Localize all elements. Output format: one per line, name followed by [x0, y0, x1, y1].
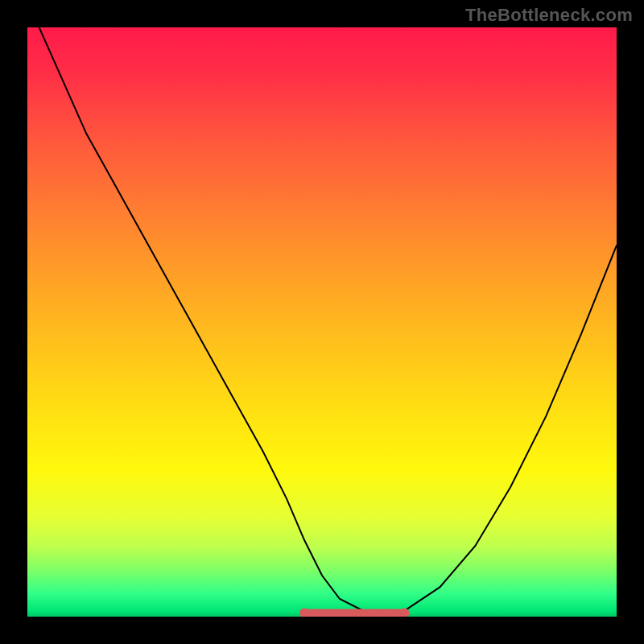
plot-area	[27, 27, 617, 617]
outer-frame: TheBottleneck.com	[0, 0, 644, 644]
chart-svg	[27, 27, 617, 617]
watermark-text: TheBottleneck.com	[465, 5, 633, 26]
bottleneck-curve	[39, 27, 617, 613]
